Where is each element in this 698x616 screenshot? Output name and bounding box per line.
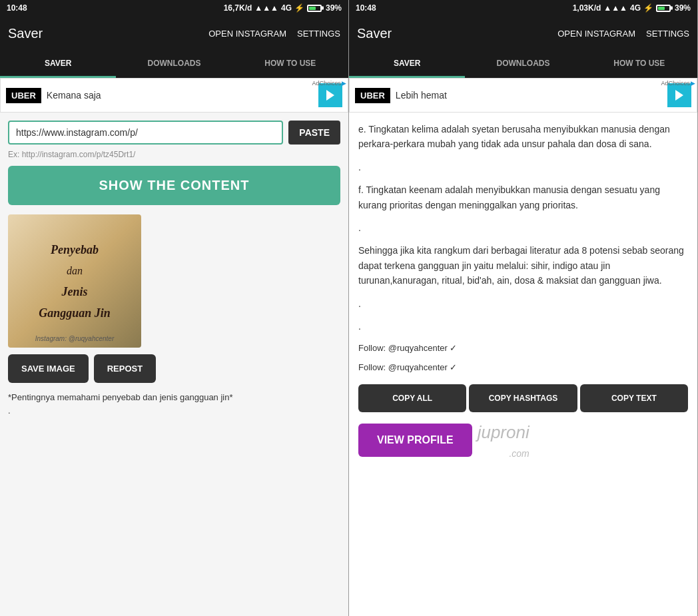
left-open-instagram-btn[interactable]: OPEN INSTAGRAM — [208, 29, 286, 39]
right-ad-arrow-btn[interactable] — [667, 83, 691, 107]
right-bottom-row: VIEW PROFILE juproni .com — [358, 419, 688, 462]
right-paragraph-f: f. Tingkatan keenam adalah menyibukkan m… — [358, 182, 688, 212]
left-network: 4G — [281, 3, 292, 13]
left-ad-text: Kemana saja — [47, 90, 318, 101]
right-tab-downloads[interactable]: DOWNLOADS — [465, 51, 581, 78]
left-image-text: Penyebab dan Jenis Gangguan Jin — [28, 227, 121, 335]
watermark-sub: .com — [509, 446, 529, 461]
left-hint-text: Ex: http://instagram.com/p/tz45Drt1/ — [8, 150, 340, 159]
right-time: 10:48 — [356, 3, 376, 13]
left-app-header: Saver OPEN INSTAGRAM SETTINGS — [0, 16, 348, 51]
left-time: 10:48 — [7, 3, 27, 13]
left-adchoices: AdChoices ▶ — [312, 80, 346, 87]
right-follow-1: Follow: @ruqyahcenter ✓ — [358, 342, 688, 356]
left-ad-banner: AdChoices ▶ UBER Kemana saja — [0, 78, 348, 113]
right-tab-how-to-use[interactable]: HOW TO USE — [581, 51, 697, 78]
right-signal-icon: ▲▲▲ — [603, 3, 627, 13]
right-battery-icon — [656, 5, 671, 12]
left-tab-how-to-use[interactable]: HOW TO USE — [232, 51, 348, 78]
left-ad-arrow-btn[interactable] — [318, 83, 342, 107]
right-battery-percent: 39% — [675, 3, 691, 13]
left-adchoices-icon: ▶ — [342, 80, 346, 87]
right-copy-buttons: COPY ALL COPY HASHTAGS COPY TEXT — [358, 384, 688, 412]
left-image-preview: Penyebab dan Jenis Gangguan Jin Instagra… — [8, 214, 141, 348]
right-app-title: Saver — [357, 26, 392, 41]
left-caption-text: *Pentingnya memahami penyebab dan jenis … — [8, 391, 340, 417]
left-url-row: PASTE — [8, 121, 340, 145]
right-lightning: ⚡ — [643, 3, 653, 13]
right-adchoices: AdChoices ▶ — [661, 80, 695, 87]
right-adchoices-icon: ▶ — [691, 80, 695, 87]
right-ad-banner: AdChoices ▶ UBER Lebih hemat — [349, 78, 697, 113]
left-phone-panel: 10:48 16,7K/d ▲▲▲ 4G ⚡ 39% Saver OPEN IN… — [0, 0, 349, 616]
right-tab-saver[interactable]: SAVER — [349, 51, 465, 78]
right-phone-panel: 10:48 1,03K/d ▲▲▲ 4G ⚡ 39% Saver OPEN IN… — [349, 0, 698, 616]
left-content-area: PASTE Ex: http://instagram.com/p/tz45Drt… — [0, 113, 348, 616]
right-dot-1: . — [358, 160, 688, 174]
left-signal-icon: ▲▲▲ — [254, 3, 278, 13]
left-image-caption: Instagram: @ruqyahcenter — [35, 335, 115, 342]
right-copy-hashtags-button[interactable]: COPY HASHTAGS — [469, 384, 577, 412]
right-copy-all-button[interactable]: COPY ALL — [358, 384, 466, 412]
left-tab-saver[interactable]: SAVER — [0, 51, 116, 78]
left-app-title: Saver — [8, 26, 43, 41]
left-show-content-button[interactable]: SHOW THE CONTENT — [8, 166, 340, 205]
left-lightning: ⚡ — [294, 3, 304, 13]
right-view-profile-button[interactable]: VIEW PROFILE — [358, 424, 472, 457]
right-paragraph-summary: Sehingga jika kita rangkum dari berbagai… — [358, 243, 688, 288]
right-dot-4: . — [358, 319, 688, 334]
left-save-image-button[interactable]: SAVE IMAGE — [8, 354, 89, 383]
right-paragraph-e: e. Tingkatan kelima adalah syetan berusa… — [358, 122, 688, 152]
left-repost-button[interactable]: REPOST — [94, 354, 156, 383]
right-app-header: Saver OPEN INSTAGRAM SETTINGS — [349, 16, 697, 51]
right-network: 4G — [630, 3, 641, 13]
right-follow-2: Follow: @ruqyahcenter ✓ — [358, 361, 688, 375]
left-play-icon — [326, 90, 334, 101]
right-status-bar: 10:48 1,03K/d ▲▲▲ 4G ⚡ 39% — [349, 0, 697, 16]
left-action-buttons: SAVE IMAGE REPOST — [8, 354, 340, 383]
left-uber-logo: UBER — [6, 88, 41, 103]
left-tab-downloads[interactable]: DOWNLOADS — [116, 51, 232, 78]
left-paste-button[interactable]: PASTE — [288, 121, 340, 145]
right-content-area: e. Tingkatan kelima adalah syetan berusa… — [349, 113, 697, 616]
right-dot-3: . — [358, 296, 688, 311]
left-status-bar: 10:48 16,7K/d ▲▲▲ 4G ⚡ 39% — [0, 0, 348, 16]
watermark-brand: juproni — [478, 419, 529, 447]
left-header-nav: OPEN INSTAGRAM SETTINGS — [208, 29, 340, 39]
right-speed: 1,03K/d — [573, 3, 601, 13]
left-battery-percent: 39% — [326, 3, 342, 13]
right-ad-text: Lebih hemat — [396, 90, 667, 101]
right-watermark: juproni .com — [478, 419, 529, 462]
right-dot-2: . — [358, 220, 688, 235]
left-url-input[interactable] — [8, 121, 283, 145]
right-copy-text-button[interactable]: COPY TEXT — [580, 384, 688, 412]
right-uber-logo: UBER — [355, 88, 390, 103]
right-tabs-bar: SAVER DOWNLOADS HOW TO USE — [349, 51, 697, 78]
left-settings-btn[interactable]: SETTINGS — [297, 29, 340, 39]
right-play-icon — [675, 90, 683, 101]
right-header-nav: OPEN INSTAGRAM SETTINGS — [557, 29, 689, 39]
left-battery-icon — [307, 5, 322, 12]
left-speed: 16,7K/d — [224, 3, 252, 13]
right-open-instagram-btn[interactable]: OPEN INSTAGRAM — [557, 29, 635, 39]
left-tabs-bar: SAVER DOWNLOADS HOW TO USE — [0, 51, 348, 78]
right-settings-btn[interactable]: SETTINGS — [646, 29, 689, 39]
